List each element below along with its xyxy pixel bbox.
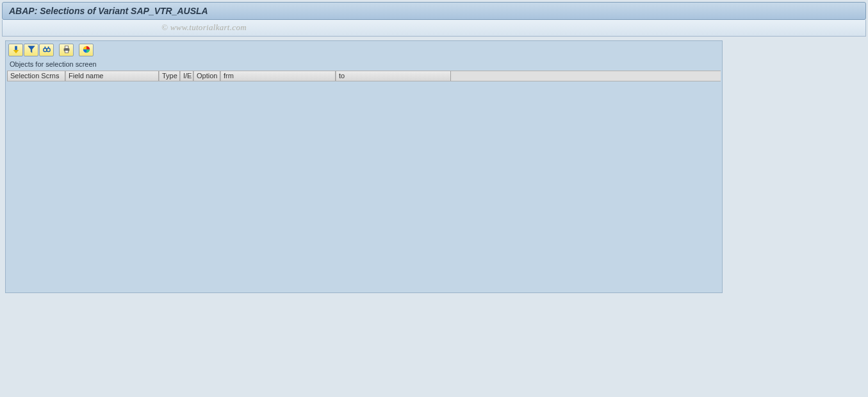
alv-toolbar <box>6 41 722 58</box>
svg-rect-0 <box>15 46 17 50</box>
col-frm[interactable]: frm <box>220 71 336 81</box>
sort-icon <box>12 45 20 55</box>
col-to[interactable]: to <box>336 71 451 81</box>
col-field-name[interactable]: Field name <box>65 71 159 81</box>
application-toolbar: © www.tutorialkart.com <box>2 20 866 37</box>
svg-point-2 <box>47 48 50 51</box>
printer-icon <box>62 45 71 55</box>
content-panel: Objects for selection screen Selection S… <box>5 40 723 293</box>
funnel-icon <box>27 45 36 55</box>
watermark-text: © www.tutorialkart.com <box>161 22 247 33</box>
svg-rect-7 <box>65 51 68 53</box>
sort-ascending-button[interactable] <box>8 44 23 56</box>
colors-button[interactable] <box>79 44 94 56</box>
col-option[interactable]: Option <box>193 71 220 81</box>
print-button[interactable] <box>59 44 74 56</box>
svg-rect-6 <box>65 46 68 49</box>
svg-point-1 <box>43 48 46 51</box>
page-title: ABAP: Selections of Variant SAP_VTR_AUSL… <box>9 6 208 16</box>
title-bar: ABAP: Selections of Variant SAP_VTR_AUSL… <box>2 2 866 20</box>
section-label: Objects for selection screen <box>6 58 722 69</box>
binoculars-icon <box>42 45 51 55</box>
svg-rect-4 <box>47 47 49 49</box>
col-ie[interactable]: I/E <box>180 71 193 81</box>
table-header-row: Selection Scrns Field name Type I/E Opti… <box>7 71 721 81</box>
svg-rect-3 <box>44 47 45 49</box>
col-type[interactable]: Type <box>159 71 180 81</box>
filter-button[interactable] <box>24 44 38 56</box>
find-button[interactable] <box>39 44 54 56</box>
col-selection-scrns[interactable]: Selection Scrns <box>7 71 65 81</box>
palette-icon <box>82 45 91 55</box>
